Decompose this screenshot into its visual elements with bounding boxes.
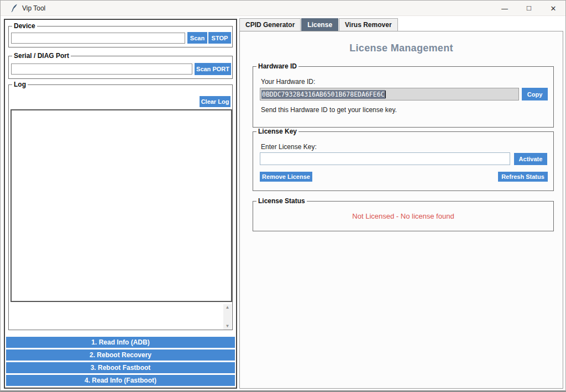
- hardware-id-field-label: Your Hardware ID:: [261, 78, 315, 86]
- log-scrollbar[interactable]: ▲ ▼: [223, 304, 232, 330]
- log-group-label: Log: [12, 81, 28, 88]
- page-title: License Management: [240, 43, 563, 54]
- stop-button[interactable]: STOP: [208, 32, 231, 44]
- license-status-text: Not Licensed - No license found: [352, 212, 454, 220]
- license-key-groupbox: License Key Enter License Key: Activate …: [253, 131, 554, 191]
- action-buttons: 1. Read Info (ADB) 2. Reboot Recovery 3.…: [6, 337, 235, 386]
- text-caret: [385, 91, 386, 98]
- titlebar: Vip Tool — ☐ ✕: [1, 1, 565, 16]
- close-button[interactable]: ✕: [541, 1, 565, 16]
- device-groupbox: Device Scan STOP: [8, 26, 233, 47]
- license-status-group-label: License Status: [256, 197, 307, 205]
- app-feather-icon: [11, 4, 18, 12]
- reboot-recovery-button[interactable]: 2. Reboot Recovery: [6, 349, 235, 361]
- device-input[interactable]: [11, 33, 185, 44]
- hardware-id-group-label: Hardware ID: [256, 62, 298, 70]
- hardware-id-value: 0BDDC793284316AB6501B678EDA6FE6C: [261, 90, 385, 99]
- read-info-adb-button[interactable]: 1. Read Info (ADB): [6, 337, 235, 348]
- scan-button[interactable]: Scan: [187, 32, 207, 44]
- app-window: Vip Tool — ☐ ✕ Device Scan STOP Serial /…: [0, 0, 566, 392]
- maximize-button[interactable]: ☐: [517, 1, 541, 16]
- window-controls: — ☐ ✕: [492, 1, 565, 16]
- license-key-group-label: License Key: [256, 128, 298, 135]
- refresh-status-button[interactable]: Refresh Status: [498, 172, 548, 182]
- clear-log-button[interactable]: Clear Log: [200, 96, 230, 107]
- serial-group-label: Serial / DIAG Port: [12, 52, 71, 60]
- license-tab-pane: License Management Hardware ID Your Hard…: [239, 31, 563, 389]
- tab-license[interactable]: License: [301, 18, 338, 31]
- tab-cpid-generator[interactable]: CPID Generator: [239, 18, 301, 31]
- hardware-id-hint: Send this Hardware ID to get your licens…: [261, 106, 397, 114]
- minimize-button[interactable]: —: [492, 1, 517, 16]
- activate-button[interactable]: Activate: [514, 153, 547, 165]
- hardware-id-groupbox: Hardware ID Your Hardware ID: 0BDDC79328…: [253, 66, 554, 128]
- scroll-up-icon[interactable]: ▲: [223, 304, 232, 311]
- read-info-fastboot-button[interactable]: 4. Read Info (Fastboot): [6, 375, 235, 386]
- tab-virus-remover[interactable]: Virus Remover: [339, 18, 398, 31]
- left-panel: Device Scan STOP Serial / DIAG Port Scan…: [4, 19, 237, 389]
- license-status-groupbox: License Status Not Licensed - No license…: [253, 201, 554, 231]
- window-title: Vip Tool: [22, 4, 45, 12]
- serial-port-groupbox: Serial / DIAG Port Scan PORT: [8, 56, 233, 79]
- log-text-area[interactable]: [11, 109, 232, 302]
- license-key-field-label: Enter License Key:: [261, 143, 317, 151]
- scan-port-button[interactable]: Scan PORT: [195, 63, 231, 75]
- scroll-down-icon[interactable]: ▼: [223, 323, 232, 330]
- notebook: CPID Generator License Virus Remover Lic…: [239, 18, 563, 389]
- serial-port-input[interactable]: [11, 63, 192, 75]
- license-key-input[interactable]: [260, 152, 510, 165]
- copy-button[interactable]: Copy: [522, 88, 548, 100]
- hardware-id-field[interactable]: 0BDDC793284316AB6501B678EDA6FE6C: [260, 88, 519, 100]
- reboot-fastboot-button[interactable]: 3. Reboot Fastboot: [6, 362, 235, 373]
- log-secondary-area: ▲ ▼: [11, 304, 232, 330]
- tab-bar: CPID Generator License Virus Remover: [239, 18, 399, 31]
- log-groupbox: Log Clear Log ▲ ▼: [8, 84, 233, 330]
- remove-license-button[interactable]: Remove License: [260, 172, 312, 182]
- device-group-label: Device: [12, 22, 37, 30]
